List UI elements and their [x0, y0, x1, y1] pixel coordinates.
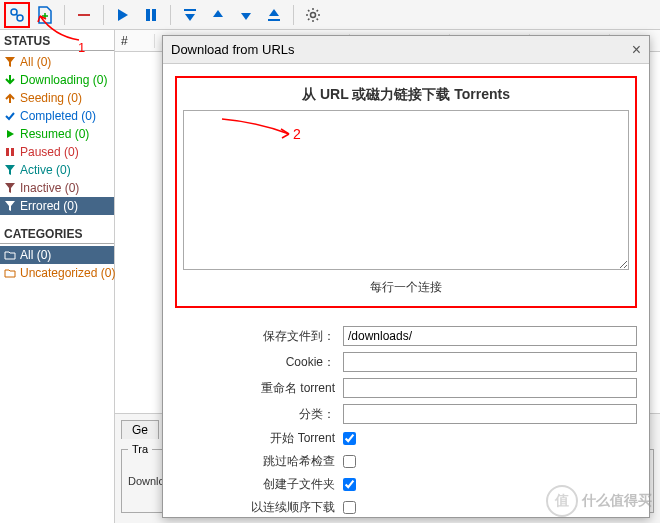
sidebar-item[interactable]: Downloading (0) — [0, 71, 114, 89]
dialog-title: Download from URLs — [171, 42, 295, 57]
start-checkbox[interactable] — [343, 432, 356, 445]
watermark-text: 什么值得买 — [582, 492, 652, 510]
filter-icon — [4, 182, 16, 194]
settings-button[interactable] — [300, 2, 326, 28]
rename-label: 重命名 torrent — [175, 380, 343, 397]
annotation-arrow-2 — [217, 114, 297, 144]
down-priority-button[interactable] — [233, 2, 259, 28]
col-num[interactable]: # — [115, 34, 155, 48]
category-label: Uncategorized (0) — [20, 266, 115, 280]
subfolder-label: 创建子文件夹 — [175, 476, 343, 493]
cookie-input[interactable] — [343, 352, 637, 372]
categories-header: CATEGORIES — [0, 225, 114, 244]
annotation-label-1: 1 — [78, 40, 85, 55]
svg-rect-5 — [184, 9, 196, 11]
download-dialog: Download from URLs × 从 URL 或磁力链接下载 Torre… — [162, 35, 650, 518]
filter-icon — [4, 56, 16, 68]
pause-icon — [4, 146, 16, 158]
svg-point-7 — [311, 12, 316, 17]
watermark: 值 什么值得买 — [546, 485, 652, 517]
url-hint: 每行一个连接 — [183, 279, 629, 296]
sidebar-item[interactable]: Seeding (0) — [0, 89, 114, 107]
toolbar — [0, 0, 660, 30]
category-item[interactable]: All (0) — [0, 246, 114, 264]
url-section-title: 从 URL 或磁力链接下载 Torrents — [183, 86, 629, 104]
category-label: All (0) — [20, 248, 51, 262]
sidebar-item-label: Downloading (0) — [20, 73, 107, 87]
play-icon — [4, 128, 16, 140]
sidebar-item[interactable]: Active (0) — [0, 161, 114, 179]
sidebar-item[interactable]: Errored (0) — [0, 197, 114, 215]
top-priority-button[interactable] — [177, 2, 203, 28]
sidebar: STATUS All (0)Downloading (0)Seeding (0)… — [0, 30, 115, 523]
folder-icon — [4, 249, 16, 261]
transfer-legend: Tra — [128, 443, 152, 455]
up-icon — [4, 92, 16, 104]
sidebar-item-label: Completed (0) — [20, 109, 96, 123]
skip-hash-checkbox[interactable] — [343, 455, 356, 468]
pause-button[interactable] — [138, 2, 164, 28]
save-to-label: 保存文件到： — [175, 328, 343, 345]
category-input[interactable] — [343, 404, 637, 424]
up-priority-button[interactable] — [205, 2, 231, 28]
category-label: 分类： — [175, 406, 343, 423]
rename-input[interactable] — [343, 378, 637, 398]
sidebar-item-label: Seeding (0) — [20, 91, 82, 105]
sequential-label: 以连续顺序下载 — [175, 499, 343, 516]
save-to-input[interactable] — [343, 326, 637, 346]
watermark-icon: 值 — [546, 485, 578, 517]
annotation-arrow-1 — [34, 8, 84, 48]
down-icon — [4, 74, 16, 86]
annotation-label-2: 2 — [293, 126, 301, 142]
bottom-priority-button[interactable] — [261, 2, 287, 28]
sidebar-item-label: All (0) — [20, 55, 51, 69]
sidebar-item-label: Active (0) — [20, 163, 71, 177]
folder-icon — [4, 267, 16, 279]
sidebar-item-label: Paused (0) — [20, 145, 79, 159]
subfolder-checkbox[interactable] — [343, 478, 356, 491]
sidebar-item[interactable]: Paused (0) — [0, 143, 114, 161]
skip-hash-label: 跳过哈希检查 — [175, 453, 343, 470]
svg-rect-4 — [152, 9, 156, 21]
sidebar-item[interactable]: Resumed (0) — [0, 125, 114, 143]
filter-icon — [4, 200, 16, 212]
sidebar-item-label: Errored (0) — [20, 199, 78, 213]
filter-icon — [4, 164, 16, 176]
sidebar-item-label: Resumed (0) — [20, 127, 89, 141]
url-section: 从 URL 或磁力链接下载 Torrents 每行一个连接 2 — [175, 76, 637, 308]
general-tab[interactable]: Ge — [121, 420, 159, 439]
sidebar-item[interactable]: Inactive (0) — [0, 179, 114, 197]
check-icon — [4, 110, 16, 122]
resume-button[interactable] — [110, 2, 136, 28]
svg-rect-3 — [146, 9, 150, 21]
category-item[interactable]: Uncategorized (0) — [0, 264, 114, 282]
start-label: 开始 Torrent — [175, 430, 343, 447]
cookie-label: Cookie： — [175, 354, 343, 371]
close-icon[interactable]: × — [632, 41, 641, 59]
svg-rect-6 — [268, 19, 280, 21]
sidebar-item-label: Inactive (0) — [20, 181, 79, 195]
svg-rect-8 — [6, 148, 9, 156]
add-url-button[interactable] — [4, 2, 30, 28]
svg-rect-9 — [11, 148, 14, 156]
sidebar-item[interactable]: Completed (0) — [0, 107, 114, 125]
sidebar-item[interactable]: All (0) — [0, 53, 114, 71]
sequential-checkbox[interactable] — [343, 501, 356, 514]
dialog-titlebar: Download from URLs × — [163, 36, 649, 64]
